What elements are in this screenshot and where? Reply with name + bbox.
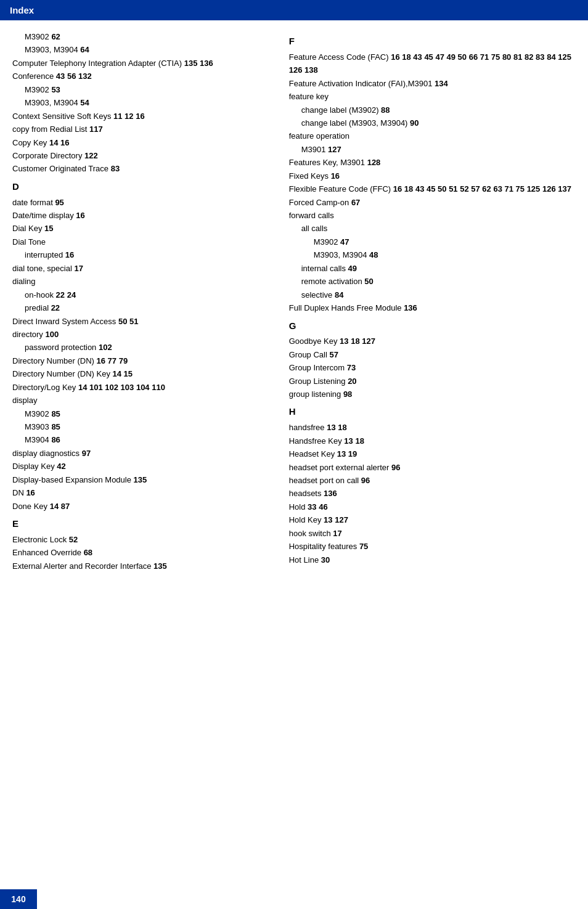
- header-title: Index: [10, 5, 34, 15]
- list-item: Context Sensitive Soft Keys 11 12 16: [12, 110, 271, 123]
- list-item: display: [12, 394, 271, 407]
- list-item: M3902 62: [12, 30, 271, 43]
- header: Index: [0, 0, 588, 20]
- list-item: internal calls 49: [289, 262, 576, 275]
- list-item: Feature Activation Indicator (FAI),M3901…: [289, 77, 576, 90]
- list-item: hook switch 17: [289, 527, 576, 540]
- list-item: on-hook 22 24: [12, 288, 271, 301]
- list-item: predial 22: [12, 301, 271, 314]
- list-item: Customer Originated Trace 83: [12, 162, 271, 175]
- list-item: Direct Inward System Access 50 51: [12, 315, 271, 328]
- list-item: dial tone, special 17: [12, 262, 271, 275]
- list-item: Display Key 42: [12, 460, 271, 473]
- list-item: M3903, M3904 48: [289, 248, 576, 261]
- list-item: External Alerter and Recorder Interface …: [12, 560, 271, 573]
- list-item: change label (M3903, M3904) 90: [289, 116, 576, 129]
- right-column: FFeature Access Code (FAC) 16 18 43 45 4…: [283, 30, 576, 573]
- list-item: Features Key, M3901 128: [289, 156, 576, 169]
- list-item: Fixed Keys 16: [289, 169, 576, 182]
- list-item: dialing: [12, 275, 271, 288]
- list-item: Hold Key 13 127: [289, 513, 576, 526]
- list-item: selective 84: [289, 288, 576, 301]
- list-item: headsets 136: [289, 487, 576, 500]
- list-item: feature key: [289, 90, 576, 103]
- section-letter-e: E: [12, 516, 271, 532]
- list-item: interrupted 16: [12, 248, 271, 261]
- list-item: Conference 43 56 132: [12, 70, 271, 83]
- list-item: date format 95: [12, 196, 271, 209]
- list-item: M3904 86: [12, 433, 271, 446]
- list-item: display diagnostics 97: [12, 447, 271, 460]
- list-item: feature operation: [289, 129, 576, 142]
- section-letter-h: H: [289, 404, 576, 420]
- list-item: directory 100: [12, 328, 271, 341]
- list-item: password protection 102: [12, 341, 271, 354]
- list-item: Flexible Feature Code (FFC) 16 18 43 45 …: [289, 182, 576, 195]
- list-item: M3902 85: [12, 407, 271, 420]
- list-item: M3903, M3904 54: [12, 96, 271, 109]
- list-item: change label (M3902) 88: [289, 104, 576, 116]
- list-item: copy from Redial List 117: [12, 123, 271, 136]
- list-item: DN 16: [12, 486, 271, 499]
- list-item: Hot Line 30: [289, 553, 576, 566]
- list-item: Directory Number (DN) Key 14 15: [12, 367, 271, 380]
- list-item: Group Call 57: [289, 348, 576, 361]
- list-item: M3903 85: [12, 420, 271, 433]
- section-letter-f: F: [289, 34, 576, 49]
- list-item: Directory/Log Key 14 101 102 103 104 110: [12, 381, 271, 394]
- list-item: Feature Access Code (FAC) 16 18 43 45 47…: [289, 51, 576, 77]
- list-item: all calls: [289, 222, 576, 235]
- list-item: Dial Tone: [12, 235, 271, 248]
- list-item: M3902 53: [12, 83, 271, 96]
- list-item: group listening 98: [289, 388, 576, 401]
- list-item: Copy Key 14 16: [12, 136, 271, 149]
- section-letter-g: G: [289, 319, 576, 334]
- list-item: Full Duplex Hands Free Module 136: [289, 301, 576, 314]
- list-item: M3903, M3904 64: [12, 43, 271, 56]
- list-item: Date/time display 16: [12, 209, 271, 222]
- list-item: handsfree 13 18: [289, 421, 576, 434]
- list-item: Headset Key 13 19: [289, 447, 576, 460]
- list-item: Handsfree Key 13 18: [289, 434, 576, 447]
- page-number: 140: [0, 889, 37, 909]
- list-item: Dial Key 15: [12, 222, 271, 235]
- list-item: headset port on call 96: [289, 474, 576, 487]
- list-item: Directory Number (DN) 16 77 79: [12, 354, 271, 367]
- list-item: Goodbye Key 13 18 127: [289, 335, 576, 348]
- list-item: headset port external alerter 96: [289, 461, 576, 474]
- list-item: Group Intercom 73: [289, 361, 576, 374]
- list-item: Computer Telephony Integration Adapter (…: [12, 57, 271, 70]
- list-item: M3901 127: [289, 143, 576, 156]
- section-letter-d: D: [12, 179, 271, 195]
- list-item: Enhanced Override 68: [12, 546, 271, 559]
- left-column: M3902 62M3903, M3904 64Computer Telephon…: [12, 30, 283, 573]
- list-item: forward calls: [289, 209, 576, 222]
- list-item: Done Key 14 87: [12, 500, 271, 513]
- list-item: Display-based Expansion Module 135: [12, 473, 271, 486]
- list-item: M3902 47: [289, 235, 576, 248]
- list-item: remote activation 50: [289, 275, 576, 288]
- list-item: Hospitality features 75: [289, 540, 576, 553]
- list-item: Group Listening 20: [289, 375, 576, 388]
- list-item: Electronic Lock 52: [12, 533, 271, 546]
- list-item: Forced Camp-on 67: [289, 196, 576, 209]
- list-item: Hold 33 46: [289, 500, 576, 513]
- list-item: Corporate Directory 122: [12, 149, 271, 162]
